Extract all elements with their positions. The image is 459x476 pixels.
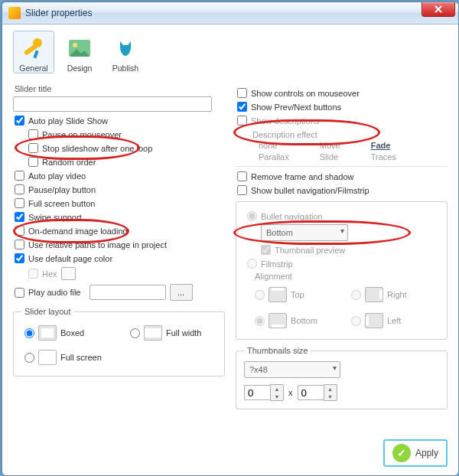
audio-path-input[interactable] — [90, 285, 166, 300]
default-page-color-checkbox[interactable]: Use default page color — [15, 253, 225, 263]
on-demand-loading-checkbox[interactable]: On-demand image loading — [15, 226, 225, 236]
apply-label: Apply — [415, 448, 438, 458]
random-order-checkbox[interactable]: Random order — [28, 157, 225, 167]
slider-title-input[interactable] — [13, 96, 212, 112]
align-right-radio[interactable]: Right — [351, 287, 422, 302]
tab-strip: General Design Publish — [13, 31, 448, 73]
navigation-fieldset: Bullet navigation Bottom Thumbnail previ… — [236, 201, 448, 340]
relative-paths-checkbox[interactable]: Use relative paths to image in project — [15, 240, 225, 249]
wrench-icon — [20, 34, 47, 62]
play-audio-checkbox[interactable]: Play audio file ... — [15, 284, 225, 301]
times-label: x — [288, 388, 293, 397]
fullscreen-icon — [38, 350, 57, 365]
show-controls-mouseover-checkbox[interactable]: Show controls on mouseover — [237, 88, 448, 98]
effect-traces[interactable]: Traces — [371, 152, 396, 161]
pause-on-mouseover-checkbox[interactable]: Pause on mouseover — [28, 129, 225, 139]
tab-label: Publish — [112, 64, 138, 73]
hex-input[interactable] — [61, 267, 76, 280]
apply-button[interactable]: ✓ Apply — [383, 439, 448, 467]
stop-after-one-loop-checkbox[interactable]: Stop slideshow after one loop — [28, 143, 225, 153]
slider-layout-legend: Slider layout — [21, 307, 74, 316]
align-right-icon — [365, 287, 383, 302]
fullwidth-icon — [144, 325, 162, 341]
cat-icon — [112, 34, 139, 62]
picture-icon — [66, 34, 93, 62]
layout-fullscreen-radio[interactable]: Full screen — [24, 350, 109, 365]
swipe-support-checkbox[interactable]: Swipe support — [15, 212, 225, 222]
browse-audio-button[interactable]: ... — [170, 284, 193, 301]
slider-layout-fieldset: Slider layout Boxed Full width Full scre… — [13, 307, 225, 377]
bullet-position-select[interactable]: Bottom — [261, 224, 348, 241]
effect-fade[interactable]: Fade — [371, 141, 396, 150]
bullet-navigation-radio[interactable]: Bullet navigation — [247, 211, 439, 221]
align-left-icon — [365, 313, 383, 328]
align-top-radio[interactable]: Top — [255, 287, 325, 302]
show-prev-next-checkbox[interactable]: Show Prev/Next buttons — [237, 102, 448, 112]
effect-slide[interactable]: Slide — [320, 152, 340, 161]
effect-move[interactable]: Move — [320, 141, 340, 150]
thumb-size-select[interactable]: ?x48 — [244, 361, 340, 378]
tab-label: General — [19, 64, 47, 73]
tab-label: Design — [67, 64, 93, 73]
thumb-height-spinner[interactable]: ▲▼ — [298, 384, 337, 401]
fullscreen-button-checkbox[interactable]: Full screen button — [15, 198, 225, 208]
boxed-icon — [38, 325, 57, 341]
tab-design[interactable]: Design — [59, 31, 100, 73]
align-left-radio[interactable]: Left — [351, 313, 422, 328]
layout-boxed-radio[interactable]: Boxed — [24, 325, 109, 341]
right-column: Show controls on mouseover Show Prev/Nex… — [236, 84, 448, 464]
thumbnail-preview-checkbox[interactable]: Thumbnail preview — [261, 245, 439, 255]
filmstrip-radio[interactable]: Filmstrip — [247, 259, 439, 269]
close-icon — [434, 5, 443, 13]
remove-frame-shadow-checkbox[interactable]: Remove frame and shadow — [237, 171, 448, 181]
alignment-label: Alignment — [255, 272, 439, 281]
layout-fullwidth-radio[interactable]: Full width — [130, 325, 214, 341]
effect-none[interactable]: none — [259, 141, 289, 150]
align-top-icon — [269, 287, 287, 302]
show-descriptions-checkbox[interactable]: Show descriptions — [237, 116, 448, 126]
description-effect-options: noneParallax MoveSlide FadeTraces — [259, 141, 448, 161]
svg-point-4 — [73, 43, 77, 47]
autoplay-checkbox[interactable]: Auto play Slide Show — [15, 116, 225, 126]
titlebar: Slider properties — [2, 2, 458, 24]
description-effect-label: Description effect — [252, 130, 448, 139]
autoplay-video-checkbox[interactable]: Auto play video — [15, 171, 225, 181]
slider-title-label: Slider title — [15, 84, 225, 93]
align-bottom-icon — [269, 313, 287, 328]
show-bullet-filmstrip-checkbox[interactable]: Show bullet navigation/Filmstrip — [237, 185, 448, 195]
svg-point-1 — [33, 38, 42, 47]
thumb-width-spinner[interactable]: ▲▼ — [244, 384, 284, 401]
slider-properties-window: Slider properties General Design — [2, 2, 459, 476]
effect-parallax[interactable]: Parallax — [259, 152, 289, 161]
tab-publish[interactable]: Publish — [105, 31, 146, 73]
thumbnails-size-fieldset: Thumbnails size ?x48 ▲▼ x ▲▼ — [236, 346, 448, 409]
left-column: Slider title Auto play Slide Show Pause … — [13, 84, 225, 464]
align-bottom-radio[interactable]: Bottom — [255, 313, 325, 328]
thumbnails-size-legend: Thumbnails size — [244, 346, 311, 355]
app-icon — [8, 7, 21, 19]
pause-play-button-checkbox[interactable]: Pause/play button — [15, 184, 225, 194]
svg-rect-2 — [33, 51, 38, 59]
window-title: Slider properties — [25, 8, 92, 18]
close-button[interactable] — [422, 2, 455, 17]
check-icon: ✓ — [392, 444, 411, 462]
tab-general[interactable]: General — [13, 31, 54, 73]
hex-row: Hex — [28, 267, 225, 280]
